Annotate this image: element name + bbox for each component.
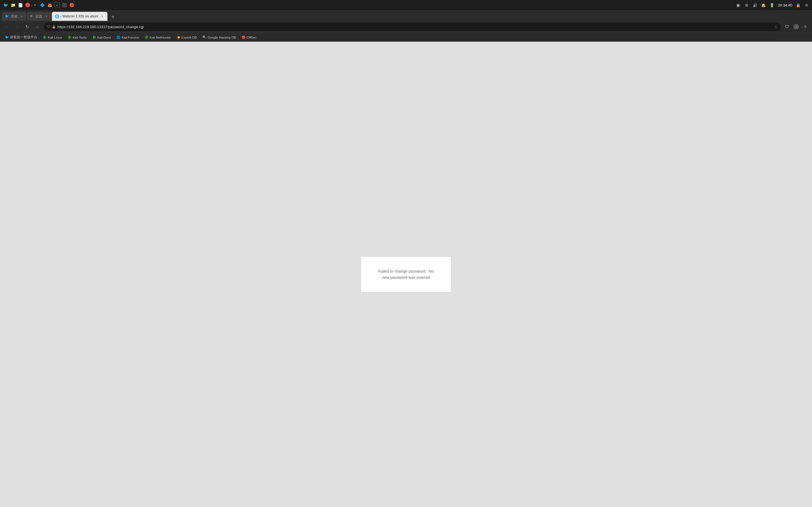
home-button[interactable]: ⌂	[33, 23, 41, 31]
bookmark-label-5: Kali Forums	[121, 36, 139, 39]
tab-label-yuque: 语雀	[11, 14, 17, 19]
tab-label-settings: 设置	[36, 14, 42, 19]
tab-close-webmin[interactable]: ✕	[100, 14, 105, 18]
system-bar-right: ▣ ⊞ 🔊 🔔 🔋 20:34:40 🔒 ⚙	[735, 3, 809, 8]
secure-icon: 🛡	[47, 25, 50, 29]
tab-settings[interactable]: ⚙ 设置 ✕	[27, 12, 51, 21]
app-icon-vscode[interactable]: ⬛	[61, 2, 67, 8]
app-icon-5[interactable]: ▼	[32, 2, 38, 8]
nav-bar: ← → ↻ ⌂ 🛡 🔒 https://192.168.219.180:1333…	[0, 21, 812, 33]
bookmark-kali-tools[interactable]: 🐉 Kali Tools	[65, 34, 89, 41]
bookmark-google-hacking[interactable]: 🔍 Google Hacking DB	[200, 34, 238, 41]
app-icon-10[interactable]: 🔴	[69, 2, 74, 8]
system-bar: 🐦 📁 📄 🔴 ▼ 🔷 🦊 ▪ ⬛ 🔴 ▣ ⊞ 🔊 🔔 🔋 20:34:40 🔒…	[0, 0, 812, 10]
browser-window: 🐦 📁 📄 🔴 ▼ 🔷 🦊 ▪ ⬛ 🔴 ▣ ⊞ 🔊 🔔 🔋 20:34:40 🔒…	[0, 0, 812, 507]
tray-settings[interactable]: ⚙	[804, 3, 809, 8]
new-tab-button[interactable]: +	[109, 13, 117, 21]
app-icon-8[interactable]: ▪	[54, 2, 60, 8]
lock-icon: 🔒	[52, 25, 56, 29]
bookmark-favicon-9: 🔴	[242, 36, 246, 40]
tray-icon-2: ⊞	[744, 3, 749, 8]
refresh-button[interactable]: ↻	[23, 23, 31, 31]
bookmark-offsec[interactable]: 🔴 OffSec	[239, 34, 259, 41]
tray-icon-1: ▣	[735, 3, 741, 8]
bookmark-favicon-3: 🐉	[68, 36, 71, 40]
bookmark-label-7: Exploit-DB	[182, 36, 197, 39]
tab-close-settings[interactable]: ✕	[44, 14, 49, 18]
bookmark-label-6: Kali NetHunter	[150, 36, 171, 39]
tab-bar: 🐦 语雀 ✕ ⚙ 设置 ✕ 🌐 - Webmin 1.920 on ubunt …	[0, 10, 812, 21]
tab-favicon-yuque: 🐦	[5, 14, 9, 18]
address-bar[interactable]: 🛡 🔒 https://192.168.219.180:13337/passwo…	[43, 22, 781, 31]
tab-close-yuque[interactable]: ✕	[19, 14, 24, 18]
system-clock: 20:34:40	[778, 3, 792, 7]
bookmark-kali-nethunter[interactable]: 🐉 Kali NetHunter	[142, 34, 173, 41]
bookmark-kali-docs[interactable]: 🐉 Kali Docs	[90, 34, 113, 41]
nav-right-controls: 🛡 ● ≡	[783, 23, 809, 31]
back-button[interactable]: ←	[3, 23, 11, 31]
bookmark-favicon-8: 🔍	[202, 36, 206, 40]
shield-button[interactable]: 🛡	[783, 23, 791, 31]
tab-favicon-webmin: 🌐	[55, 14, 59, 18]
bookmark-favicon-1: 🐦	[5, 36, 9, 40]
bookmark-label-8: Google Hacking DB	[207, 36, 236, 39]
bookmark-label-4: Kali Docs	[97, 36, 111, 39]
app-icon-chrome[interactable]: 🔴	[25, 2, 31, 8]
system-bar-left: 🐦 📁 📄 🔴 ▼ 🔷 🦊 ▪ ⬛ 🔴	[3, 2, 74, 8]
menu-button[interactable]: ≡	[801, 23, 809, 31]
bookmark-kali-linux[interactable]: 🐉 Kali Linux	[41, 34, 64, 41]
forward-button[interactable]: →	[13, 23, 21, 31]
error-card: Failed to change password : No new passw…	[361, 257, 451, 292]
tray-volume[interactable]: 🔊	[753, 3, 758, 8]
app-icon-1[interactable]: 🐦	[3, 2, 8, 8]
bookmark-favicon-4: 🐉	[92, 36, 96, 40]
bookmarks-bar: 🐦 拼客统一靶场平台 🐉 Kali Linux 🐉 Kali Tools 🐉 K…	[0, 33, 812, 42]
error-message: Failed to change password : No new passw…	[378, 268, 434, 281]
app-icon-2[interactable]: 📁	[10, 2, 16, 8]
tab-yuque[interactable]: 🐦 语雀 ✕	[2, 12, 27, 21]
bookmark-label-9: OffSec	[247, 36, 257, 39]
account-circle[interactable]: ●	[794, 24, 799, 30]
tray-battery[interactable]: 🔋	[769, 3, 774, 8]
app-icon-6[interactable]: 🔷	[40, 2, 45, 8]
tab-webmin[interactable]: 🌐 - Webmin 1.920 on ubunt ✕	[52, 12, 107, 21]
bookmark-favicon-2: 🐉	[43, 36, 47, 40]
bookmark-label-3: Kali Tools	[73, 36, 87, 39]
tray-lock: 🔒	[796, 3, 801, 8]
bookmark-label-2: Kali Linux	[48, 36, 62, 39]
tab-favicon-settings: ⚙	[30, 14, 34, 18]
app-icon-3[interactable]: 📄	[17, 2, 23, 8]
address-text: https://192.168.219.180:13337/password_c…	[57, 25, 772, 29]
page-content: Failed to change password : No new passw…	[0, 42, 812, 507]
bookmark-exploit-db[interactable]: 💥 Exploit-DB	[174, 34, 199, 41]
tab-label-webmin: - Webmin 1.920 on ubunt	[60, 14, 98, 18]
bookmark-label-1: 拼客统一靶场平台	[10, 35, 37, 40]
app-icon-firefox[interactable]: 🦊	[47, 2, 52, 8]
bookmark-kali-forums[interactable]: 🌐 Kali Forums	[114, 34, 141, 41]
bookmark-favicon-7: 💥	[176, 36, 181, 40]
tray-notification[interactable]: 🔔	[761, 3, 766, 8]
bookmark-yuque-platform[interactable]: 🐦 拼客统一靶场平台	[3, 34, 40, 41]
bookmark-favicon-6: 🐉	[145, 36, 149, 40]
bookmark-star-icon[interactable]: ☆	[774, 24, 777, 29]
bookmark-favicon-5: 🌐	[116, 36, 120, 40]
